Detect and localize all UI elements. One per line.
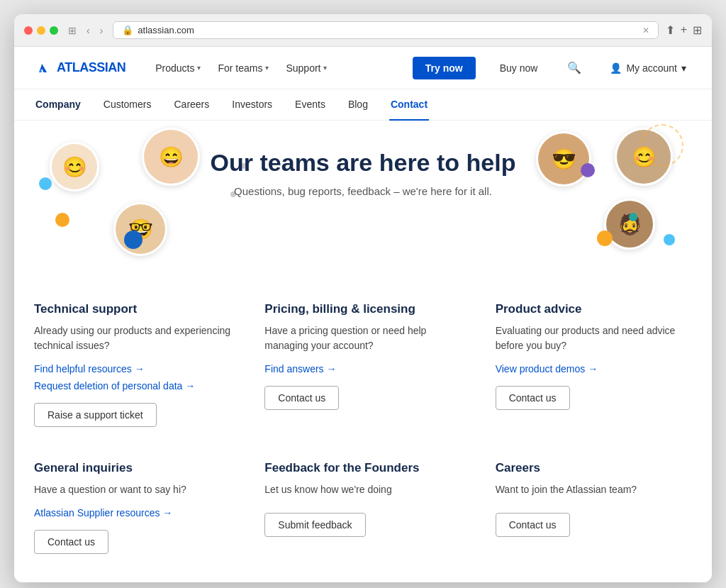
card-general-inquiries: General inquiries Have a question or wan…: [34, 461, 230, 554]
subnav-company[interactable]: Company: [34, 89, 82, 121]
nav-items: Products ▾ For teams ▾ Support ▾: [148, 58, 334, 78]
subnav-investors[interactable]: Investors: [230, 89, 274, 121]
subnav-events[interactable]: Events: [294, 89, 327, 121]
btn-contact-general[interactable]: Contact us: [34, 530, 108, 554]
chevron-down-icon: ▾: [681, 62, 686, 74]
close-button[interactable]: [24, 26, 33, 35]
extensions-icon[interactable]: ⊞: [693, 23, 702, 37]
dot-yellow-right: [597, 231, 613, 246]
avatar-6: 🧔: [604, 199, 655, 250]
nav-products[interactable]: Products ▾: [148, 58, 208, 78]
card-pricing: Pricing, billing & licensing Have a pric…: [264, 302, 461, 427]
url-text: atlassian.com: [138, 25, 194, 35]
card-product-advice: Product advice Evaluating our products a…: [496, 302, 692, 427]
subnav-careers[interactable]: Careers: [172, 89, 211, 121]
link-product-demos[interactable]: View product demos →: [496, 363, 692, 375]
try-now-button[interactable]: Try now: [413, 57, 476, 79]
link-find-answers[interactable]: Find answers →: [264, 363, 461, 375]
card-desc-pricing: Have a pricing question or need help man…: [264, 323, 461, 353]
logo-text: ATLASSIAN: [57, 60, 125, 75]
browser-window: ⊞ ‹ › 🔒 atlassian.com ✕ ⬆ + ⊞ ATLASSIAN …: [14, 14, 712, 582]
browser-actions: ⬆ + ⊞: [666, 23, 702, 37]
card-careers: Careers Want to join the Atlassian team?…: [496, 461, 692, 554]
nav-support[interactable]: Support ▾: [279, 58, 334, 78]
btn-contact-advice[interactable]: Contact us: [496, 386, 570, 410]
card-technical-support: Technical support Already using our prod…: [34, 302, 230, 427]
btn-contact-pricing[interactable]: Contact us: [264, 386, 339, 410]
dot-teal-right: [664, 234, 675, 245]
chevron-down-icon: ▾: [265, 64, 269, 72]
hero-section: 😊 😄 🤓 😎 😊 🧔: [14, 121, 712, 277]
avatar-3: 🤓: [113, 202, 167, 256]
card-desc-advice: Evaluating our products and need advice …: [496, 323, 692, 353]
card-row-1: Technical support Already using our prod…: [34, 302, 692, 427]
card-title-technical: Technical support: [34, 302, 230, 316]
subnav-contact[interactable]: Contact: [389, 89, 429, 121]
dot-green-right: [629, 213, 637, 221]
link-find-resources[interactable]: Find helpful resources →: [34, 363, 230, 375]
btn-raise-ticket[interactable]: Raise a support ticket: [34, 403, 157, 427]
card-title-general: General inquiries: [34, 461, 230, 475]
card-row-2: General inquiries Have a question or wan…: [34, 461, 692, 554]
sidebar-toggle-icon[interactable]: ⊞: [65, 23, 79, 38]
chevron-down-icon: ▾: [197, 64, 201, 72]
address-bar[interactable]: 🔒 atlassian.com ✕: [113, 21, 658, 39]
sub-nav: Company Customers Careers Investors Even…: [14, 89, 712, 121]
link-request-deletion[interactable]: Request deletion of personal data →: [34, 380, 230, 392]
card-title-careers: Careers: [496, 461, 692, 475]
dot-blue-left: [124, 231, 143, 249]
subnav-blog[interactable]: Blog: [347, 89, 369, 121]
atlassian-logo-icon: [34, 60, 51, 77]
card-title-founders: Feedback for the Founders: [264, 461, 461, 475]
chevron-down-icon: ▾: [323, 64, 327, 72]
card-desc-general: Have a question or want to say hi?: [34, 482, 230, 497]
account-icon: 👤: [610, 62, 622, 74]
hero-title: Our teams are here to help: [34, 149, 692, 177]
card-desc-founders: Let us know how we're doing: [264, 482, 461, 497]
nav-for-teams[interactable]: For teams ▾: [211, 58, 276, 78]
content-grid: Technical support Already using our prod…: [14, 277, 712, 582]
buy-now-button[interactable]: Buy now: [493, 57, 545, 79]
btn-submit-feedback[interactable]: Submit feedback: [264, 513, 365, 537]
search-icon[interactable]: 🔍: [562, 58, 587, 77]
hero-subtitle: Questions, bug reports, feedback – we're…: [34, 185, 692, 197]
close-tab-icon[interactable]: ✕: [642, 26, 649, 35]
atlassian-logo[interactable]: ATLASSIAN: [34, 60, 125, 77]
traffic-lights: [24, 26, 58, 35]
share-icon[interactable]: ⬆: [666, 23, 675, 37]
back-icon[interactable]: ‹: [84, 23, 93, 38]
card-title-advice: Product advice: [496, 302, 692, 316]
maximize-button[interactable]: [50, 26, 58, 35]
subnav-customers[interactable]: Customers: [102, 89, 153, 121]
new-tab-icon[interactable]: +: [681, 23, 687, 37]
top-nav: ATLASSIAN Products ▾ For teams ▾ Support…: [14, 47, 712, 89]
forward-icon[interactable]: ›: [97, 23, 106, 38]
browser-controls: ⊞ ‹ ›: [65, 23, 106, 38]
card-desc-careers: Want to join the Atlassian team?: [496, 482, 692, 497]
hero-decoration: 😊 😄 🤓 😎 😊 🧔: [14, 121, 712, 277]
card-desc-technical: Already using our products and experienc…: [34, 323, 230, 353]
security-icon: 🔒: [122, 25, 133, 35]
browser-chrome: ⊞ ‹ › 🔒 atlassian.com ✕ ⬆ + ⊞: [14, 14, 712, 47]
minimize-button[interactable]: [37, 26, 45, 35]
card-title-pricing: Pricing, billing & licensing: [264, 302, 461, 316]
card-founders-feedback: Feedback for the Founders Let us know ho…: [264, 461, 461, 554]
link-supplier-resources[interactable]: Atlassian Supplier resources →: [34, 507, 230, 518]
account-menu[interactable]: 👤 My account ▾: [604, 60, 692, 77]
dot-yellow-left: [55, 213, 69, 227]
btn-contact-careers[interactable]: Contact us: [496, 513, 570, 537]
